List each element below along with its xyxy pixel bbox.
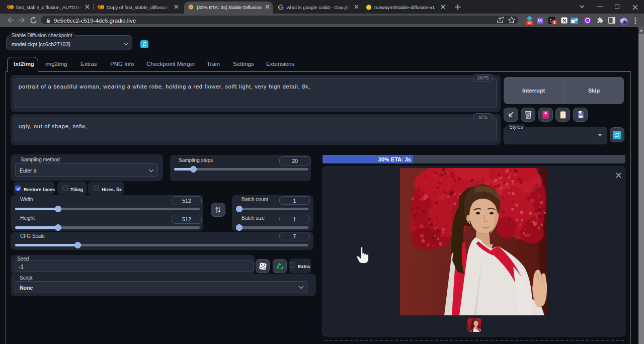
svg-text:20: 20 [528, 21, 532, 25]
svg-text:N: N [562, 18, 567, 24]
svg-text:1: 1 [553, 20, 555, 25]
